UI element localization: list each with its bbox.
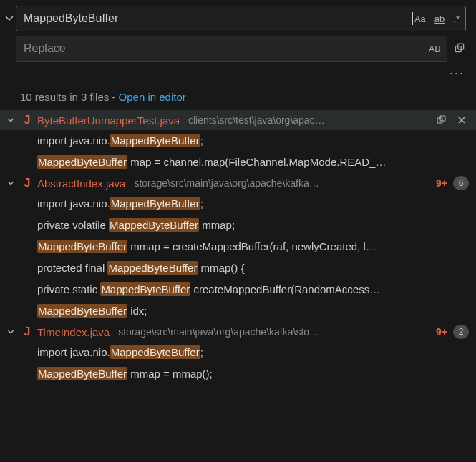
result-row[interactable]: private static MappedByteBuffer createMa… — [0, 279, 476, 300]
result-match: MappedByteBuffer — [100, 282, 190, 296]
overflow-badge: 9+ — [436, 177, 447, 189]
replace-input[interactable] — [24, 42, 427, 55]
results-summary-text: 10 results in 3 files - — [20, 91, 119, 103]
more-options-button[interactable]: ··· — [448, 64, 466, 82]
file-trail: 9+2 — [436, 325, 469, 339]
match-count-badge: 6 — [453, 176, 469, 190]
file-name: AbstractIndex.java — [37, 177, 125, 190]
file-row[interactable]: JByteBufferUnmapperTest.javaclients\src\… — [0, 110, 476, 130]
result-match: MappedByteBuffer — [110, 197, 200, 210]
replace-in-file-icon[interactable] — [434, 113, 449, 127]
result-match: MappedByteBuffer — [110, 345, 200, 359]
toggle-replace-twist[interactable] — [0, 13, 16, 24]
result-row[interactable]: private volatile MappedByteBuffer mmap; — [0, 215, 476, 236]
result-post: mmap = createMappedBuffer(raf, newlyCrea… — [127, 240, 377, 252]
java-file-icon: J — [20, 114, 34, 127]
replace-input-container: AB — [16, 36, 447, 62]
result-post: ; — [200, 134, 203, 147]
replace-all-button[interactable] — [452, 41, 467, 56]
result-post: idx; — [127, 305, 147, 317]
result-pre: private static — [37, 283, 100, 295]
file-trail — [434, 113, 469, 127]
open-in-editor-link[interactable]: Open in editor — [119, 91, 186, 103]
preserve-case-toggle[interactable]: AB — [427, 42, 442, 56]
result-post: ; — [200, 197, 203, 210]
result-post: mmap = mmap(); — [127, 368, 213, 380]
file-name: TimeIndex.java — [37, 326, 110, 338]
chevron-down-icon[interactable] — [4, 178, 17, 188]
result-post: map = channel.map(FileChannel.MapMode.RE… — [127, 156, 386, 168]
results-summary: 10 results in 3 files - Open in editor — [0, 87, 476, 110]
search-input-container: Aa ab .* — [16, 6, 466, 31]
result-row[interactable]: import java.nio.MappedByteBuffer; — [0, 342, 476, 363]
java-file-icon: J — [20, 177, 34, 190]
java-file-icon: J — [20, 325, 34, 338]
file-path: clients\src\test\java\org\apac… — [188, 114, 427, 126]
result-row[interactable]: protected final MappedByteBuffer mmap() … — [0, 257, 476, 279]
match-count-badge: 2 — [453, 325, 469, 339]
result-post: mmap; — [199, 219, 235, 231]
result-row[interactable]: MappedByteBuffer mmap = mmap(); — [0, 363, 476, 385]
result-match: MappedByteBuffer — [37, 304, 127, 318]
result-pre: import java.nio. — [37, 197, 110, 210]
file-trail: 9+6 — [436, 176, 469, 190]
file-path: storage\src\main\java\org\apache\kafka… — [134, 177, 429, 189]
result-match: MappedByteBuffer — [109, 218, 199, 232]
result-row[interactable]: import java.nio.MappedByteBuffer; — [0, 130, 476, 152]
result-pre: import java.nio. — [37, 134, 110, 147]
regex-toggle[interactable]: .* — [452, 12, 461, 26]
result-pre: import java.nio. — [37, 346, 110, 358]
result-post: createMappedBuffer(RandomAccess… — [190, 283, 380, 295]
result-match: MappedByteBuffer — [37, 240, 127, 253]
result-match: MappedByteBuffer — [107, 261, 198, 275]
chevron-down-icon[interactable] — [4, 327, 17, 337]
file-name: ByteBufferUnmapperTest.java — [37, 114, 180, 127]
search-input[interactable] — [24, 12, 412, 25]
file-row[interactable]: JTimeIndex.javastorage\src\main\java\org… — [0, 322, 476, 342]
result-row[interactable]: MappedByteBuffer map = channel.map(FileC… — [0, 152, 476, 173]
result-post: ; — [200, 346, 203, 358]
file-path: storage\src\main\java\org\apache\kafka\s… — [118, 326, 429, 338]
result-match: MappedByteBuffer — [37, 367, 127, 380]
chevron-down-icon[interactable] — [4, 115, 17, 125]
result-row[interactable]: import java.nio.MappedByteBuffer; — [0, 193, 476, 215]
result-row[interactable]: MappedByteBuffer idx; — [0, 300, 476, 322]
match-case-toggle[interactable]: Aa — [413, 12, 427, 26]
result-post: mmap() { — [198, 262, 244, 274]
overflow-badge: 9+ — [436, 326, 447, 338]
result-match: MappedByteBuffer — [37, 155, 127, 169]
result-pre: protected final — [37, 262, 107, 274]
file-row[interactable]: JAbstractIndex.javastorage\src\main\java… — [0, 173, 476, 193]
result-row[interactable]: MappedByteBuffer mmap = createMappedBuff… — [0, 236, 476, 257]
results-tree: JByteBufferUnmapperTest.javaclients\src\… — [0, 110, 476, 385]
result-pre: private volatile — [37, 219, 109, 231]
match-word-toggle[interactable]: ab — [433, 12, 446, 26]
dismiss-file-icon[interactable] — [455, 113, 469, 127]
result-match: MappedByteBuffer — [110, 134, 200, 147]
